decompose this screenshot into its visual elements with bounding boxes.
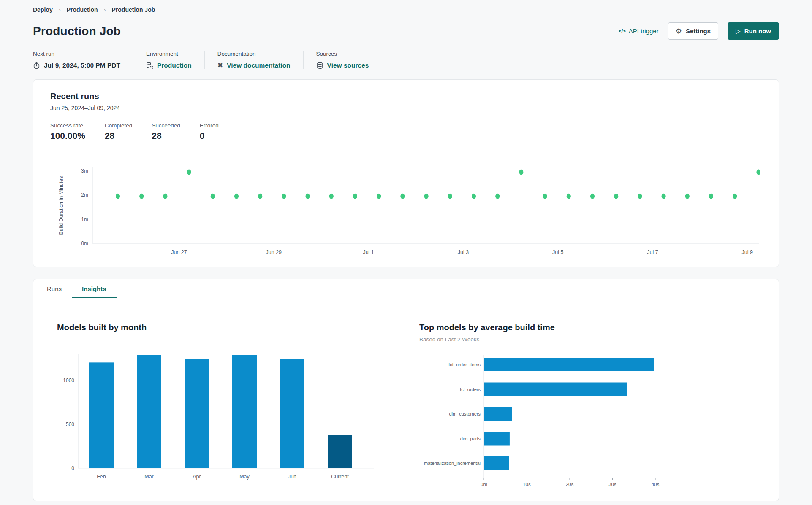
page-title: Production Job	[33, 24, 121, 38]
environment-link[interactable]: Production	[157, 62, 192, 69]
scatter-point[interactable]	[590, 194, 595, 199]
info-documentation: Documentation ✖ View documentation	[204, 51, 303, 69]
bar[interactable]	[484, 383, 627, 396]
top-models-title: Top models by average build time	[419, 323, 723, 332]
code-icon: </>	[619, 28, 625, 34]
scatter-point[interactable]	[614, 194, 618, 199]
scatter-point[interactable]	[211, 194, 215, 199]
job-tabs-card: Runs Insights Models built by month 0500…	[33, 279, 779, 501]
run-now-label: Run now	[744, 27, 771, 35]
y-tick-label: 3m	[81, 168, 88, 174]
x-tick-label: Jun 29	[266, 249, 282, 255]
stat-label: Succeeded	[152, 122, 180, 129]
bar[interactable]	[185, 359, 209, 468]
y-axis-label: Build Duration in Minutes	[58, 176, 64, 235]
scatter-svg: 0m1m2m3mBuild Duration in MinutesJun 27J…	[50, 153, 760, 260]
bar[interactable]	[484, 407, 512, 421]
stat-value: 100.00%	[50, 131, 85, 141]
scatter-point[interactable]	[353, 194, 357, 199]
scatter-point[interactable]	[638, 194, 642, 199]
view-documentation-link[interactable]: View documentation	[227, 62, 290, 69]
stat-label: Errored	[200, 122, 219, 129]
view-sources-link[interactable]: View sources	[327, 62, 369, 69]
environment-icon	[146, 62, 153, 69]
x-tick-label: Jul 9	[742, 249, 753, 255]
page-header: Production Job </> API trigger ⚙ Setting…	[33, 22, 779, 40]
tab-insights[interactable]: Insights	[72, 279, 117, 298]
scatter-point[interactable]	[543, 194, 547, 199]
bar[interactable]	[89, 362, 114, 468]
bar[interactable]	[484, 432, 510, 446]
api-trigger-label: API trigger	[629, 27, 659, 35]
models-built-bar-chart[interactable]: 05001000FebMarAprMayJunCurrent	[57, 346, 391, 489]
stat-label: Success rate	[50, 122, 85, 129]
documentation-label: Documentation	[217, 51, 291, 57]
bar[interactable]	[484, 456, 509, 470]
chevron-right-icon: ›	[104, 6, 106, 13]
x-category-label: Apr	[193, 474, 201, 480]
bar[interactable]	[232, 355, 257, 468]
scatter-point[interactable]	[733, 194, 737, 199]
scatter-point[interactable]	[685, 194, 690, 199]
scatter-point[interactable]	[424, 194, 429, 199]
scatter-point[interactable]	[258, 194, 262, 199]
breadcrumb-deploy[interactable]: Deploy	[33, 6, 53, 13]
recent-runs-title: Recent runs	[50, 92, 762, 101]
y-category-label: materialization_incremental	[424, 461, 481, 466]
scatter-point[interactable]	[163, 194, 167, 199]
api-trigger-link[interactable]: </> API trigger	[619, 27, 659, 35]
breadcrumb: Deploy › Production › Production Job	[33, 6, 779, 13]
scatter-point[interactable]	[756, 169, 760, 175]
scatter-point[interactable]	[519, 169, 523, 175]
scatter-point[interactable]	[187, 169, 191, 175]
play-icon: ▷	[736, 27, 741, 35]
scatter-point[interactable]	[282, 194, 286, 199]
bar[interactable]	[484, 358, 654, 371]
stat-label: Completed	[105, 122, 132, 129]
scatter-point[interactable]	[234, 194, 239, 199]
info-environment: Environment Production	[133, 51, 204, 69]
breadcrumb-production[interactable]: Production	[67, 6, 98, 13]
y-category-label: dim_parts	[460, 436, 481, 441]
scatter-point[interactable]	[116, 194, 120, 199]
scatter-point[interactable]	[377, 194, 381, 199]
bar[interactable]	[137, 355, 161, 468]
recent-runs-date-range: Jun 25, 2024–Jul 09, 2024	[50, 105, 762, 111]
scatter-point[interactable]	[472, 194, 476, 199]
x-tick-label: 0m	[481, 482, 487, 487]
models-built-chart-block: Models built by month 05001000FebMarAprM…	[57, 323, 391, 495]
scatter-point[interactable]	[306, 194, 310, 199]
top-models-hbar-chart[interactable]: fct_order_itemsfct_ordersdim_customersdi…	[419, 352, 723, 495]
info-sources: Sources View sources	[303, 51, 382, 69]
dbt-logo-icon: ✖	[217, 62, 223, 69]
scatter-point[interactable]	[709, 194, 713, 199]
bar[interactable]	[328, 435, 352, 468]
y-tick-label: 0m	[81, 240, 88, 246]
settings-button[interactable]: ⚙ Settings	[668, 22, 718, 40]
tab-runs-label: Runs	[47, 285, 62, 292]
stat-value: 28	[152, 131, 180, 141]
scatter-point[interactable]	[567, 194, 571, 199]
run-now-button[interactable]: ▷ Run now	[728, 22, 779, 40]
scatter-point[interactable]	[495, 194, 500, 199]
y-category-label: fct_order_items	[448, 362, 481, 367]
y-tick-label: 500	[66, 421, 74, 427]
scatter-point[interactable]	[329, 194, 334, 199]
tab-runs[interactable]: Runs	[37, 279, 72, 298]
bar[interactable]	[280, 359, 304, 468]
y-tick-label: 0	[71, 465, 74, 471]
database-icon	[316, 62, 323, 69]
x-tick-label: Jul 3	[458, 249, 469, 255]
build-duration-scatter-chart[interactable]: 0m1m2m3mBuild Duration in MinutesJun 27J…	[50, 153, 762, 262]
settings-label: Settings	[686, 27, 711, 35]
scatter-point[interactable]	[400, 194, 405, 199]
stat-value: 28	[105, 131, 132, 141]
x-tick-label: 10s	[523, 482, 531, 487]
gear-icon: ⚙	[676, 27, 682, 35]
header-actions: </> API trigger ⚙ Settings ▷ Run now	[619, 22, 779, 40]
top-models-chart-block: Top models by average build time Based o…	[419, 323, 723, 495]
scatter-point[interactable]	[662, 194, 666, 199]
scatter-point[interactable]	[139, 194, 144, 199]
top-models-subtitle: Based on Last 2 Weeks	[419, 336, 723, 343]
scatter-point[interactable]	[448, 194, 452, 199]
